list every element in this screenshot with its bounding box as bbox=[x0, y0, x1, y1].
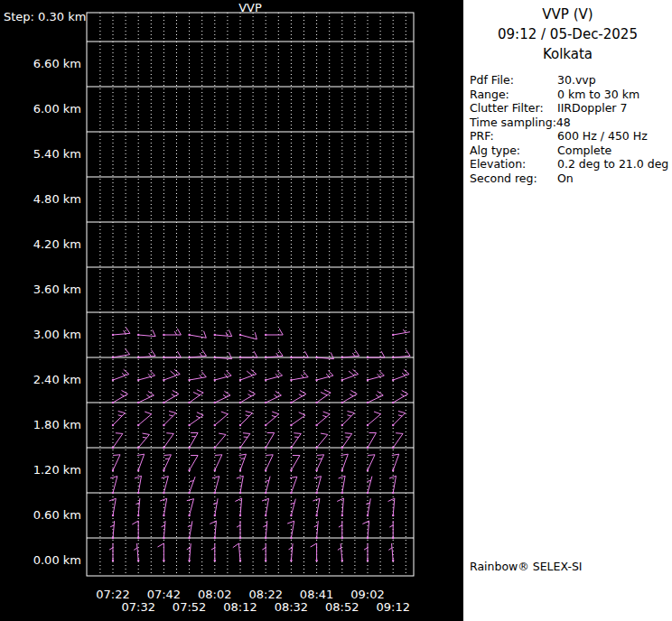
param-row: PRF: 600 Hz / 450 Hz bbox=[463, 129, 672, 144]
param-label: PRF: bbox=[470, 129, 494, 143]
info-panel: VVP (V) 09:12 / 05-Dec-2025 Kolkata Pdf … bbox=[463, 0, 672, 621]
wind-barbs bbox=[109, 328, 410, 561]
plot-frame bbox=[87, 13, 414, 576]
param-label: Range: bbox=[470, 88, 509, 101]
x-axis-labels: 07:2207:3207:4207:5208:0208:1208:2208:32… bbox=[96, 588, 410, 614]
param-value: IIRDoppler 7 bbox=[557, 101, 627, 115]
y-tick-label: 3.60 km bbox=[33, 283, 81, 296]
x-tick-label: 08:02 bbox=[198, 588, 231, 601]
y-tick-label: 1.80 km bbox=[33, 418, 81, 431]
vvp-wind-profile-chart: 0.00 km0.60 km1.20 km1.80 km2.40 km3.00 … bbox=[0, 0, 463, 621]
parameter-list: Pdf File: 30.vvp Range: 0 km to 30 km Cl… bbox=[463, 73, 672, 185]
y-tick-label: 0.60 km bbox=[33, 508, 81, 522]
param-row: Alg type: Complete bbox=[463, 144, 672, 158]
param-value: On bbox=[557, 171, 574, 185]
param-row: Pdf File: 30.vvp bbox=[463, 73, 672, 88]
param-row: Clutter Filter: IIRDoppler 7 bbox=[463, 101, 672, 116]
y-tick-label: 5.40 km bbox=[33, 147, 81, 161]
x-tick-label: 08:52 bbox=[325, 600, 359, 614]
y-tick-label: 4.80 km bbox=[33, 192, 81, 206]
x-tick-label: 08:12 bbox=[223, 600, 257, 614]
y-tick-label: 0.00 km bbox=[33, 553, 81, 567]
x-tick-label: 07:42 bbox=[147, 588, 181, 601]
param-value: 0.2 deg to 21.0 deg bbox=[557, 157, 668, 171]
param-label: Elevation: bbox=[470, 157, 526, 171]
product-title: VVP (V) bbox=[463, 6, 672, 23]
param-row: Range: 0 km to 30 km bbox=[463, 88, 672, 102]
x-tick-label: 08:22 bbox=[248, 588, 282, 601]
x-tick-label: 09:02 bbox=[350, 588, 384, 601]
y-tick-label: 6.00 km bbox=[33, 102, 81, 116]
param-value: 30.vvp bbox=[557, 73, 596, 87]
y-tick-label: 2.40 km bbox=[33, 373, 81, 386]
param-label: Clutter Filter: bbox=[470, 101, 544, 115]
plot-panel: VVP Step: 0.30 km 0.00 km0.60 km1.20 km1… bbox=[0, 0, 463, 621]
x-tick-label: 07:52 bbox=[173, 600, 206, 614]
param-row: Time sampling:48 bbox=[463, 116, 672, 130]
y-tick-label: 3.00 km bbox=[33, 328, 81, 341]
x-tick-label: 08:41 bbox=[300, 588, 333, 601]
param-label: Alg type: bbox=[470, 144, 520, 157]
param-label: Time sampling:48 bbox=[470, 116, 571, 129]
site-name: Kolkata bbox=[463, 46, 672, 62]
grid-lines bbox=[87, 13, 414, 576]
param-row: Elevation: 0.2 deg to 21.0 deg bbox=[463, 157, 672, 171]
param-value: Complete bbox=[557, 144, 611, 157]
param-label: Pdf File: bbox=[470, 73, 514, 87]
y-tick-label: 1.20 km bbox=[33, 463, 81, 477]
x-tick-label: 07:32 bbox=[121, 600, 154, 614]
brand-footer: Rainbow® SELEX-SI bbox=[470, 560, 583, 573]
y-axis-labels: 0.00 km0.60 km1.20 km1.80 km2.40 km3.00 … bbox=[33, 57, 81, 567]
param-row: Second reg: On bbox=[463, 171, 672, 186]
x-tick-label: 08:32 bbox=[275, 600, 308, 614]
param-value: 600 Hz / 450 Hz bbox=[557, 129, 648, 143]
x-tick-label: 07:22 bbox=[96, 588, 129, 601]
param-label: Second reg: bbox=[470, 171, 537, 185]
param-value: 0 km to 30 km bbox=[557, 88, 639, 101]
product-datetime: 09:12 / 05-Dec-2025 bbox=[463, 26, 672, 42]
y-tick-label: 4.20 km bbox=[33, 237, 81, 251]
x-tick-label: 09:12 bbox=[376, 600, 409, 614]
y-tick-label: 6.60 km bbox=[33, 57, 81, 70]
